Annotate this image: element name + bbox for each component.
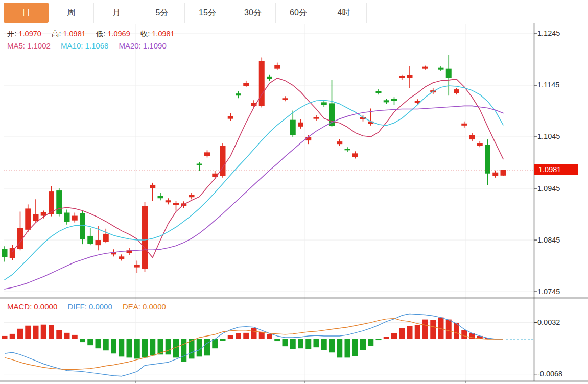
tab-60min[interactable]: 60分 <box>276 3 321 23</box>
diff-value: 0.0000 <box>89 302 112 311</box>
ma5-label: MA5: <box>7 41 25 50</box>
y-axis-label: 1.0745 <box>537 287 560 296</box>
ma20-label: MA20: <box>119 41 141 50</box>
macd-series-layer <box>2 314 534 376</box>
ma20-value: 1.1090 <box>143 41 167 50</box>
tab-5min[interactable]: 5分 <box>139 3 185 23</box>
ma-readout: MA5:1.1002 MA10:1.1068 MA20:1.1090 <box>7 41 169 50</box>
macd-label: MACD: <box>7 302 32 311</box>
diff-label: DIFF: <box>67 302 87 311</box>
tab-month[interactable]: 月 <box>94 3 139 23</box>
tab-30min[interactable]: 30分 <box>230 3 276 23</box>
open-label: 开: <box>7 30 17 38</box>
high-label: 高: <box>52 30 61 38</box>
timeframe-tabbar: 日 周 月 5分 15分 30分 60分 4时 <box>0 0 588 23</box>
ohlc-readout: 开:1.0970 高:1.0981 低:1.0969 收:1.0981 <box>7 29 177 39</box>
last-price-tag: 1.0981 <box>534 164 578 175</box>
macd-axis-label: 0.0032 <box>537 318 560 326</box>
close-value: 1.0981 <box>152 30 174 38</box>
macd-axis-label: -0.0068 <box>537 370 562 378</box>
ma10-value: 1.1068 <box>85 41 108 50</box>
y-axis-label: 1.0845 <box>537 236 560 244</box>
open-value: 1.0970 <box>19 30 41 38</box>
chart-page: 日 周 月 5分 15分 30分 60分 4时 开:1.0970 高:1.098… <box>0 0 588 384</box>
low-label: 低: <box>96 30 106 38</box>
high-value: 1.0981 <box>63 30 85 38</box>
close-label: 收: <box>140 30 150 38</box>
dea-value: 0.0000 <box>143 302 166 311</box>
y-axis-label: 1.1045 <box>537 132 560 140</box>
low-value: 1.0969 <box>107 30 130 38</box>
y-axis-label: 1.1245 <box>537 29 560 37</box>
axis-frame-layer <box>0 23 588 383</box>
y-axis-label: 1.0945 <box>537 184 560 193</box>
dea-label: DEA: <box>123 302 140 311</box>
tab-4hour[interactable]: 4时 <box>321 3 367 23</box>
y-axis-label: 1.1145 <box>537 81 559 89</box>
macd-value: 0.0000 <box>34 302 57 311</box>
price-series-layer <box>2 55 534 289</box>
tab-day[interactable]: 日 <box>4 3 49 23</box>
ma5-value: 1.1002 <box>27 41 51 50</box>
kline-chart-canvas[interactable] <box>0 0 588 384</box>
ma10-label: MA10: <box>61 41 83 50</box>
tab-week[interactable]: 周 <box>49 3 94 23</box>
tab-15min[interactable]: 15分 <box>185 3 230 23</box>
macd-readout: MACD:0.0000 DIFF:0.0000 DEA:0.0000 <box>7 302 168 311</box>
